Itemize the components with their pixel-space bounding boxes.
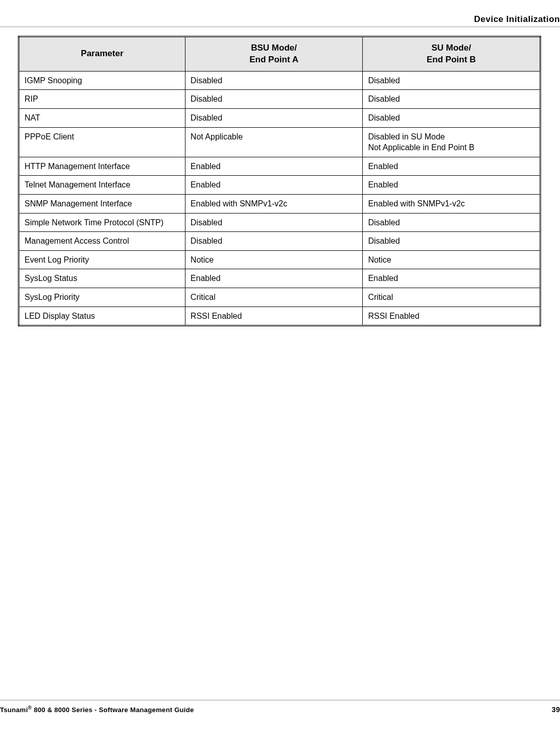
table-row: RIPDisabledDisabled	[19, 90, 541, 109]
table-row: Telnet Management InterfaceEnabledEnable…	[19, 176, 541, 195]
table-row: PPPoE ClientNot ApplicableDisabled in SU…	[19, 127, 541, 157]
content-area: Parameter BSU Mode/ End Point A SU Mode/…	[18, 36, 541, 326]
column-header-text: BSU Mode/	[190, 42, 359, 54]
table-row: SNMP Management InterfaceEnabled with SN…	[19, 195, 541, 214]
footer-product-name: Tsunami® 800 & 8000 Series - Software Ma…	[0, 705, 194, 714]
table-row: IGMP SnoopingDisabledDisabled	[19, 71, 541, 90]
cell-bsu: RSSI Enabled	[185, 307, 363, 326]
table-header-row: Parameter BSU Mode/ End Point A SU Mode/…	[19, 37, 541, 72]
footer-text-prefix: Tsunami	[0, 706, 28, 714]
cell-bsu: Enabled with SNMPv1-v2c	[185, 195, 363, 214]
table-row: Simple Network Time Protocol (SNTP)Disab…	[19, 213, 541, 232]
table-row: Management Access ControlDisabledDisable…	[19, 232, 541, 251]
cell-su: Enabled	[363, 176, 541, 195]
table-row: SysLog PriorityCriticalCritical	[19, 288, 541, 307]
cell-su: Disabled	[363, 90, 541, 109]
cell-parameter: HTTP Management Interface	[19, 157, 185, 176]
cell-bsu: Enabled	[185, 176, 363, 195]
table-row: NATDisabledDisabled	[19, 109, 541, 128]
cell-parameter: Management Access Control	[19, 232, 185, 251]
cell-parameter: Event Log Priority	[19, 250, 185, 269]
cell-bsu: Critical	[185, 288, 363, 307]
table-row: HTTP Management InterfaceEnabledEnabled	[19, 157, 541, 176]
footer-divider	[0, 700, 560, 700]
column-header-su: SU Mode/ End Point B	[363, 37, 541, 72]
cell-su: Disabled in SU Mode Not Applicable in En…	[363, 127, 541, 157]
page-footer: Tsunami® 800 & 8000 Series - Software Ma…	[0, 705, 560, 714]
cell-bsu: Enabled	[185, 269, 363, 288]
footer-text-suffix: 800 & 8000 Series - Software Management …	[32, 706, 194, 714]
cell-su: Enabled	[363, 157, 541, 176]
cell-su: Disabled	[363, 71, 541, 90]
column-header-text: End Point A	[190, 54, 359, 66]
cell-parameter: LED Display Status	[19, 307, 185, 326]
cell-bsu: Disabled	[185, 232, 363, 251]
cell-su: Disabled	[363, 109, 541, 128]
column-header-text: Parameter	[24, 48, 181, 60]
page-number: 39	[552, 705, 560, 714]
table-row: SysLog StatusEnabledEnabled	[19, 269, 541, 288]
table-row: Event Log PriorityNoticeNotice	[19, 250, 541, 269]
cell-parameter: SysLog Status	[19, 269, 185, 288]
cell-bsu: Disabled	[185, 71, 363, 90]
cell-parameter: Telnet Management Interface	[19, 176, 185, 195]
column-header-text: End Point B	[367, 54, 535, 66]
cell-su: Critical	[363, 288, 541, 307]
cell-su: Enabled	[363, 269, 541, 288]
cell-bsu: Disabled	[185, 213, 363, 232]
cell-su: Disabled	[363, 213, 541, 232]
cell-parameter: NAT	[19, 109, 185, 128]
header-divider	[0, 27, 560, 27]
cell-su: Disabled	[363, 232, 541, 251]
cell-bsu: Not Applicable	[185, 127, 363, 157]
cell-parameter: Simple Network Time Protocol (SNTP)	[19, 213, 185, 232]
cell-parameter: SysLog Priority	[19, 288, 185, 307]
cell-bsu: Disabled	[185, 109, 363, 128]
cell-bsu: Enabled	[185, 157, 363, 176]
cell-bsu: Notice	[185, 250, 363, 269]
cell-su: Enabled with SNMPv1-v2c	[363, 195, 541, 214]
table-body: IGMP SnoopingDisabledDisabledRIPDisabled…	[19, 71, 541, 325]
parameters-table: Parameter BSU Mode/ End Point A SU Mode/…	[18, 36, 541, 326]
column-header-bsu: BSU Mode/ End Point A	[185, 37, 363, 72]
cell-parameter: PPPoE Client	[19, 127, 185, 157]
table-row: LED Display StatusRSSI EnabledRSSI Enabl…	[19, 307, 541, 326]
cell-bsu: Disabled	[185, 90, 363, 109]
section-title: Device Initialization	[474, 14, 560, 25]
cell-su: Notice	[363, 250, 541, 269]
cell-parameter: SNMP Management Interface	[19, 195, 185, 214]
column-header-parameter: Parameter	[19, 37, 185, 72]
column-header-text: SU Mode/	[367, 42, 535, 54]
cell-su: RSSI Enabled	[363, 307, 541, 326]
cell-parameter: IGMP Snooping	[19, 71, 185, 90]
cell-parameter: RIP	[19, 90, 185, 109]
